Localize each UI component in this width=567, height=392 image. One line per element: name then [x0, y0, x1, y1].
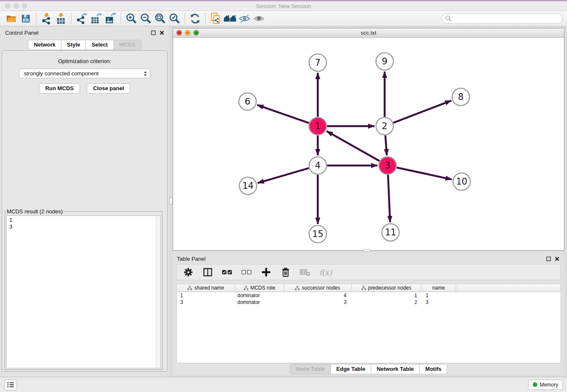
table-toolbar: f(x) [176, 264, 561, 280]
graph-edge-3-11[interactable] [388, 175, 390, 222]
import-table-icon [55, 13, 66, 25]
function-icon: f(x) [319, 268, 332, 277]
table-cell: dominator [235, 292, 284, 299]
graph-node-label: 4 [315, 160, 320, 171]
plus-icon [261, 267, 271, 277]
toolbar-separator [36, 13, 36, 24]
table-row[interactable]: 1dominator411 [177, 292, 561, 299]
tree-icon [361, 286, 366, 290]
titlebar: Session: New Session [0, 1, 567, 11]
refresh-button[interactable] [188, 12, 202, 25]
show-column-panel-button[interactable] [202, 267, 213, 278]
column-header-predecessor-nodes[interactable]: predecessor nodes [352, 284, 421, 292]
task-history-button[interactable] [4, 379, 17, 390]
control-panel-tabs: NetworkStyleSelectMCDS [28, 40, 141, 50]
import-network-button[interactable] [39, 12, 54, 25]
search-icon [445, 15, 451, 22]
table-cell: dominator [235, 299, 284, 306]
tab-network[interactable]: Network [28, 40, 61, 50]
save-icon [21, 14, 31, 24]
create-column-button[interactable] [261, 267, 272, 278]
unchecked-boxes-icon [241, 269, 252, 275]
open-session-button[interactable] [4, 12, 19, 25]
houses-button[interactable] [223, 12, 237, 25]
result-scrollbar[interactable] [156, 216, 160, 368]
fit-content-button[interactable] [153, 12, 167, 25]
memory-button[interactable]: Memory [528, 380, 563, 390]
table-settings-button[interactable] [183, 267, 194, 278]
export-table-button[interactable] [89, 12, 103, 25]
float-panel-icon[interactable] [151, 30, 156, 35]
refresh-icon [189, 13, 201, 25]
table-cell: 1 [177, 292, 235, 299]
table-cell: 3 [284, 299, 352, 306]
table-tabs: Node TableEdge TableNetwork TableMotifs [290, 364, 448, 374]
mcds-result-text: 1 3 [7, 216, 155, 368]
tab-select[interactable]: Select [86, 40, 113, 50]
horizontal-splitter-handle[interactable] [363, 249, 370, 252]
graph-edge-1-6[interactable] [257, 105, 309, 123]
search-input[interactable] [441, 14, 563, 24]
table-cell: 2 [352, 299, 421, 306]
column-header-shared-name[interactable]: shared name [177, 284, 235, 292]
network-graph[interactable]: 1234678910111415 [173, 38, 564, 250]
network-window-titlebar[interactable]: scc.txt [173, 28, 564, 38]
close-panel-icon[interactable] [160, 30, 164, 35]
table-cell: 4 [284, 292, 352, 299]
close-panel-button[interactable]: Close panel [87, 83, 130, 94]
graph-node-label: 8 [458, 92, 463, 102]
float-table-panel-icon[interactable] [546, 257, 551, 261]
memory-status-icon [533, 382, 537, 387]
tab-edge-table[interactable]: Edge Table [331, 364, 371, 374]
column-header-successor-nodes[interactable]: successor nodes [284, 284, 352, 292]
criterion-select[interactable]: strongly connected component [19, 69, 150, 78]
table-row[interactable]: 3dominator323 [177, 299, 561, 306]
vertical-splitter-handle[interactable] [169, 197, 173, 204]
tab-node-table[interactable]: Node Table [290, 364, 331, 374]
delete-column-button[interactable] [280, 267, 291, 278]
graph-edge-4-14[interactable] [258, 168, 309, 183]
import-table-button[interactable] [54, 12, 68, 25]
tab-network-table[interactable]: Network Table [371, 364, 420, 374]
export-image-icon [105, 13, 116, 25]
graph-node-label: 2 [382, 121, 387, 131]
deselect-all-columns-button[interactable] [241, 267, 252, 278]
zoom-out-button[interactable] [138, 12, 153, 25]
hide-view-button[interactable] [237, 12, 252, 25]
zoom-selected-button[interactable] [167, 12, 182, 25]
select-all-columns-button[interactable] [222, 267, 233, 278]
tab-mcds[interactable]: MCDS [114, 40, 141, 50]
node-table: shared nameMCDS rolesuccessor nodesprede… [176, 284, 561, 363]
open-folder-icon [6, 14, 17, 24]
graph-edge-2-8[interactable] [394, 101, 451, 123]
tab-style[interactable]: Style [61, 40, 86, 50]
column-header-name[interactable]: name [421, 284, 456, 292]
close-table-panel-icon[interactable] [555, 257, 559, 261]
run-mcds-button[interactable]: Run MCDS [39, 83, 80, 94]
function-builder-button[interactable]: f(x) [319, 267, 332, 278]
tree-icon [244, 286, 248, 290]
delete-table-button[interactable] [300, 267, 311, 278]
table-cell: 1 [352, 292, 421, 299]
criterion-selected-value: strongly connected component [24, 70, 143, 77]
save-session-button[interactable] [19, 12, 33, 25]
column-header-MCDS-role[interactable]: MCDS role [235, 284, 284, 292]
network-document-button[interactable] [209, 12, 223, 25]
network-canvas[interactable]: 1234678910111415 [173, 38, 564, 250]
export-network-button[interactable] [74, 12, 89, 25]
table-cell: 3 [177, 299, 235, 306]
optimization-criterion-label: Optimization criterion: [2, 58, 167, 64]
graph-edge-3-1[interactable] [327, 131, 380, 161]
checked-boxes-icon [222, 269, 233, 275]
table-cell: 3 [421, 299, 456, 306]
toolbar-separator [121, 13, 121, 24]
tab-motifs[interactable]: Motifs [420, 364, 447, 374]
graph-edge-3-10[interactable] [397, 168, 452, 179]
search-area [441, 14, 563, 24]
fit-content-icon [154, 13, 166, 25]
graph-edge-2-3[interactable] [385, 135, 387, 155]
show-view-button[interactable] [252, 12, 266, 25]
export-image-button[interactable] [103, 12, 118, 25]
zoom-in-button[interactable] [124, 12, 138, 25]
status-bar: Memory [0, 377, 567, 392]
